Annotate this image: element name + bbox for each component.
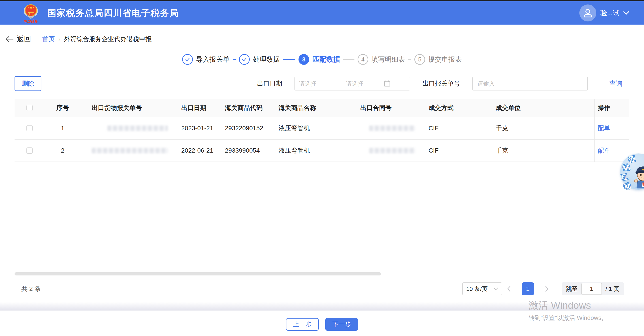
toolbar: 删除 出口日期 - 出口报关单号 查询 (14, 76, 622, 91)
jump-label: 跳至 (566, 285, 578, 293)
calendar-icon (384, 80, 390, 87)
badge-char: 互 (620, 172, 628, 183)
pager: 10 条/页 1 跳至 / 1 页 (462, 282, 624, 295)
page-size-select[interactable]: 10 条/页 (462, 282, 502, 295)
redacted-value (92, 148, 168, 153)
check-icon (182, 54, 193, 65)
step-label: 填写明细表 (372, 55, 405, 64)
export-date-label: 出口日期 (257, 79, 282, 88)
step-connector (408, 59, 411, 60)
breadcrumb-separator-icon: › (58, 36, 60, 43)
page-jump-input[interactable] (581, 283, 602, 295)
step-label: 提交申报表 (428, 55, 462, 64)
user-menu[interactable]: 验...试 (579, 1, 629, 24)
back-arrow-icon (6, 36, 14, 42)
action-column-divider (594, 99, 594, 162)
prev-step-button[interactable]: 上一步 (286, 318, 319, 331)
page-1-button[interactable]: 1 (522, 282, 534, 295)
cell-hs-name: 液压弯管机 (268, 146, 349, 155)
select-all-checkbox[interactable] (26, 105, 33, 111)
col-header-hs-name: 海关商品名称 (268, 104, 349, 112)
action-bar: 上一步 下一步 (0, 311, 644, 336)
svg-text:★: ★ (28, 6, 29, 8)
logo-subtext: 中国税务 (24, 19, 38, 23)
svg-text:★: ★ (33, 6, 34, 8)
chevron-left-icon (507, 286, 511, 292)
row-checkbox[interactable] (26, 148, 33, 154)
cell-trade-mode: CIF (417, 147, 484, 154)
chevron-down-icon (624, 11, 629, 15)
cell-trade-mode: CIF (417, 125, 484, 132)
page-size-value: 10 条/页 (466, 285, 488, 293)
badge-char: 动 (623, 181, 632, 192)
cell-export-date: 2023-01-21 (170, 125, 214, 132)
cell-unit: 千克 (484, 124, 594, 133)
person-icon (583, 8, 593, 18)
match-order-link[interactable]: 配单 (598, 147, 610, 154)
stepper: 导入报关单 处理数据 3 匹配数据 4 填写明细表 5 提交申报表 (0, 53, 644, 66)
search-button[interactable]: 查询 (609, 79, 622, 88)
delete-button[interactable]: 删除 (14, 76, 42, 91)
col-header-trade-mode: 成交方式 (417, 104, 484, 112)
row-checkbox[interactable] (26, 125, 33, 131)
back-label: 返回 (17, 34, 31, 44)
total-count: 共 2 条 (21, 285, 41, 293)
total-pages: / 1 页 (606, 285, 620, 293)
prev-page-button[interactable] (502, 282, 516, 295)
breadcrumb-current: 外贸综合服务企业代办退税申报 (64, 35, 152, 43)
redacted-value (369, 148, 415, 153)
step-connector (343, 59, 354, 60)
check-icon (239, 54, 250, 65)
declaration-no-input[interactable] (472, 77, 588, 90)
date-start-input[interactable] (299, 80, 337, 87)
date-end-input[interactable] (346, 80, 384, 87)
step-connector (283, 59, 295, 60)
col-header-hs-code: 海关商品代码 (214, 104, 268, 112)
user-avatar[interactable] (579, 4, 596, 21)
page: ★ ★ ★ 中国税务 国家税务总局四川省电子税务局 验...试 (0, 0, 644, 336)
table-row: 1 2023-01-21 29322090152 液压弯管机 CIF 千克 配单 (14, 117, 629, 140)
app-header: ★ ★ ★ 中国税务 国家税务总局四川省电子税务局 验...试 (0, 1, 644, 24)
redacted-value (108, 126, 168, 131)
step-number: 5 (414, 54, 425, 65)
cell-hs-code: 2933990054 (214, 147, 268, 154)
col-header-action: 操作 (594, 104, 629, 112)
breadcrumb-home[interactable]: 首页 (42, 35, 55, 43)
step-connector (233, 59, 236, 60)
export-date-range-picker[interactable]: - (294, 77, 410, 90)
breadcrumb: 首页 › 外贸综合服务企业代办退税申报 (42, 35, 152, 43)
cell-declaration-no (80, 148, 170, 153)
filters: 出口日期 - 出口报关单号 查询 (257, 77, 622, 90)
cell-contract-no (349, 148, 417, 153)
svg-text:★: ★ (29, 5, 32, 9)
cell-declaration-no (80, 126, 170, 131)
step-label: 处理数据 (253, 55, 280, 64)
step-number: 3 (298, 54, 309, 65)
chevron-down-icon (494, 288, 498, 290)
tax-officer-cartoon-icon (632, 161, 644, 189)
next-page-button[interactable] (540, 282, 554, 295)
next-step-button[interactable]: 下一步 (325, 318, 358, 331)
match-order-link[interactable]: 配单 (598, 125, 610, 132)
step-detail: 4 填写明细表 (358, 54, 405, 65)
col-header-unit: 成交单位 (484, 104, 594, 112)
horizontal-scrollbar-thumb[interactable] (14, 272, 381, 275)
col-header-contract-no: 出口合同号 (349, 104, 417, 112)
step-label: 导入报关单 (196, 55, 230, 64)
back-button[interactable]: 返回 (6, 34, 31, 44)
step-import: 导入报关单 (182, 54, 230, 65)
step-number: 4 (358, 54, 368, 65)
content-bottom-shadow (0, 302, 644, 311)
cell-seq: 1 (45, 125, 80, 132)
col-header-declaration-no: 出口货物报关单号 (80, 104, 170, 112)
cell-contract-no (349, 126, 417, 131)
step-process: 处理数据 (239, 54, 280, 65)
col-header-export-date: 出口日期 (170, 104, 214, 112)
col-header-seq: 序号 (45, 104, 80, 112)
data-table: 序号 出口货物报关单号 出口日期 海关商品代码 海关商品名称 出口合同号 成交方… (14, 99, 629, 162)
table-row: 2 2022-06-21 2933990054 液压弯管机 CIF 千克 配单 (14, 140, 629, 162)
tax-bureau-logo: ★ ★ ★ 中国税务 (21, 3, 40, 23)
cell-hs-code: 29322090152 (214, 125, 268, 132)
declaration-no-label: 出口报关单号 (422, 79, 460, 88)
breadcrumb-row: 返回 首页 › 外贸综合服务企业代办退税申报 (6, 33, 629, 45)
